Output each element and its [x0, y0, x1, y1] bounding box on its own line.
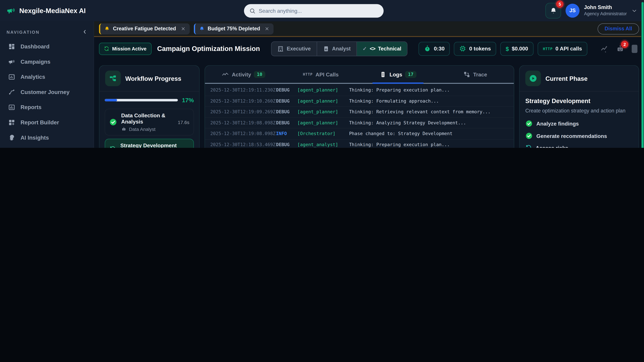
step-agent: Data Analyst: [121, 126, 174, 132]
stat-label: 0 tokens: [469, 45, 491, 52]
phase-name: Strategy Development: [525, 97, 633, 104]
view-switcher: ExecutiveAnalyst✓<>Technical: [271, 41, 408, 56]
megaphone-icon: [8, 58, 15, 65]
sidebar-item-ai-insights[interactable]: AI Insights: [6, 130, 88, 145]
tab-logs[interactable]: Logs17: [360, 66, 436, 83]
workflow-step-data-collection-analysis[interactable]: Data Collection & AnalysisData Analyst17…: [105, 109, 194, 135]
log-timestamp: 2025-12-30T12:19:09.269Z: [210, 109, 276, 115]
sidebar-item-campaigns[interactable]: Campaigns: [6, 54, 88, 69]
task-label: Generate recommendations: [536, 133, 607, 139]
log-message: Phase changed to: Strategy Development: [349, 131, 452, 136]
task-active-icon: [525, 144, 532, 148]
sidebar-item-dashboard[interactable]: Dashboard: [6, 39, 88, 54]
stat-label: 0 API calls: [556, 45, 582, 52]
mission-icon-buttons: 2: [600, 44, 637, 53]
sidebar-item-label: Customer Journey: [20, 89, 70, 95]
top-navbar: Nexgile-MediaNex AI 5 JS John Smith Agen…: [0, 0, 644, 21]
sidebar-item-label: Reports: [20, 104, 42, 110]
left-column: Workflow Progress 17% Data Collection & …: [99, 65, 200, 148]
robot-icon[interactable]: 2: [616, 44, 625, 53]
phase-task-generate-recommendations: Generate recommendations: [525, 132, 633, 140]
refresh-icon: [104, 46, 109, 51]
log-timestamp: 2025-12-30T12:19:08.098Z: [210, 120, 276, 125]
log-message: Thinking: Preparing execution plan...: [349, 87, 450, 93]
log-tabs: Activity10HTTPAPI CallsLogs17Trace: [205, 66, 514, 84]
log-level: DEBUG: [276, 142, 297, 147]
sidebar-item-label: Analytics: [20, 74, 45, 80]
view-tab-executive[interactable]: Executive: [272, 42, 317, 56]
step-duration: 17.6s: [178, 120, 189, 124]
http-icon: HTTP: [543, 46, 552, 51]
log-message: Thinking: Retrieving relevant context fr…: [349, 109, 490, 115]
activity-icon: [222, 71, 229, 78]
workflow-progress-card: Workflow Progress 17% Data Collection & …: [99, 65, 200, 148]
alert-bell-icon: [104, 26, 110, 31]
sidebar-item-audience-manager[interactable]: Audience Manager: [6, 145, 88, 148]
tab-label: Activity: [232, 71, 251, 77]
phase-task-assess-risks: Assess risks: [525, 144, 633, 148]
dismiss-all-button[interactable]: Dismiss All: [598, 23, 639, 34]
panel-toggle-icon[interactable]: [632, 44, 638, 53]
log-level: DEBUG: [276, 120, 297, 125]
avatar[interactable]: JS: [566, 4, 580, 17]
task-label: Analyze findings: [536, 120, 579, 127]
chevron-down-icon[interactable]: [631, 7, 638, 14]
search-input[interactable]: [259, 8, 378, 14]
sidebar-item-label: Dashboard: [20, 43, 50, 50]
log-component: [Orchestrator]: [297, 131, 345, 136]
main-content: Creative Fatigue DetectedBudget 75% Depl…: [94, 21, 644, 148]
alert-bell-icon: [199, 26, 204, 31]
notifications-button[interactable]: 5: [546, 3, 561, 18]
workflow-progress-bar: 17%: [105, 97, 194, 103]
stat-label: $0.000: [512, 45, 528, 52]
sidebar-item-reports[interactable]: Reports: [6, 100, 88, 115]
alert-chip-budget-75-depleted[interactable]: Budget 75% Depleted: [194, 23, 274, 34]
close-icon[interactable]: [180, 26, 185, 31]
sidebar-item-analytics[interactable]: Analytics: [6, 69, 88, 85]
http-icon: HTTP: [303, 72, 312, 76]
sidebar: NAVIGATION DashboardCampaignsAnalyticsCu…: [0, 21, 94, 148]
tab-api-calls[interactable]: HTTPAPI Calls: [282, 66, 359, 83]
log-component: [agent_planner]: [297, 109, 345, 115]
close-icon[interactable]: [265, 26, 270, 31]
log-row: 2025-12-30T12:19:08.098ZINFO[Orchestrato…: [205, 129, 514, 139]
sidebar-item-customer-journey[interactable]: Customer Journey: [6, 84, 88, 100]
alert-chip-label: Budget 75% Depleted: [208, 26, 260, 31]
grid-plus-icon: [8, 119, 15, 126]
check-icon: ✓: [362, 45, 367, 52]
workflow-icon: [105, 70, 121, 86]
stat-chip-0-000: $$0.000: [500, 42, 533, 56]
sidebar-nav: DashboardCampaignsAnalyticsCustomer Jour…: [6, 39, 88, 148]
view-tab-label: Executive: [287, 46, 311, 51]
tab-trace[interactable]: Trace: [436, 66, 514, 83]
tab-activity[interactable]: Activity10: [205, 66, 282, 83]
view-tab-technical[interactable]: ✓<>Technical: [357, 42, 407, 56]
workflow-step-strategy-development[interactable]: Strategy DevelopmentStrategy Planner: [105, 139, 194, 148]
log-row: 2025-12-30T12:19:11.230ZDEBUG[agent_plan…: [205, 85, 514, 96]
brain-icon: [8, 134, 15, 141]
step-info: Data Collection & AnalysisData Analyst: [121, 112, 174, 132]
user-role: Agency Administrator: [584, 11, 627, 17]
scrollbar-track: [641, 0, 644, 148]
view-tab-analyst[interactable]: Analyst: [317, 42, 357, 56]
log-row: 2025-12-30T12:18:53.469ZDEBUG[agent_anal…: [205, 139, 514, 148]
current-phase-title: Current Phase: [546, 75, 588, 82]
task-label: Assess risks: [536, 145, 568, 148]
log-message: Thinking: Formulating approach...: [349, 98, 439, 104]
tab-label: Trace: [473, 71, 487, 77]
sidebar-item-report-builder[interactable]: Report Builder: [6, 115, 88, 130]
log-component: [agent_planner]: [297, 120, 345, 125]
log-component: [agent_analyst]: [297, 142, 345, 147]
dashboard-icon: [8, 43, 15, 50]
sidebar-collapse-icon[interactable]: [82, 29, 88, 35]
scrollbar-thumb[interactable]: [642, 2, 644, 148]
trend-icon[interactable]: [600, 44, 608, 53]
stat-chip-0-30: 0:30: [419, 42, 450, 56]
mission-title: Campaign Optimization Mission: [157, 45, 260, 53]
alert-chip-creative-fatigue-detected[interactable]: Creative Fatigue Detected: [99, 23, 190, 34]
log-timestamp: 2025-12-30T12:19:11.230Z: [210, 87, 276, 93]
sidebar-section-label: NAVIGATION: [6, 29, 40, 34]
navbar-right: 5 JS John Smith Agency Administrator: [546, 3, 637, 18]
robot-mini-icon: [121, 126, 126, 132]
tab-count-badge: 10: [254, 71, 265, 78]
